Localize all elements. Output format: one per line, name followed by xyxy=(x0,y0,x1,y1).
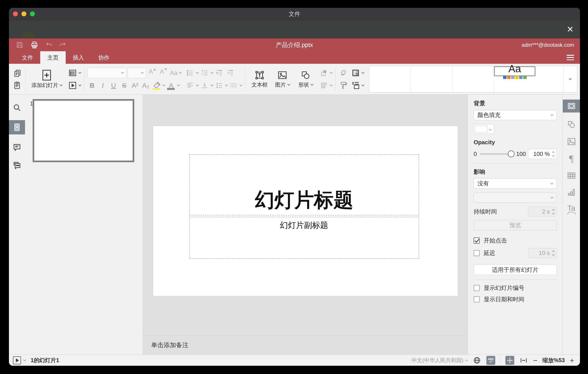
theme-option-selected[interactable]: Aa xyxy=(494,66,536,76)
search-icon[interactable] xyxy=(12,103,22,112)
fit-to-slide-button[interactable] xyxy=(505,356,514,365)
subtitle-placeholder[interactable]: 幻灯片副标题 xyxy=(189,217,419,259)
change-case-button[interactable]: Aa xyxy=(170,68,181,78)
highlight-color-button[interactable] xyxy=(152,80,161,90)
delay-checkbox[interactable] xyxy=(474,250,480,256)
start-slideshow-button[interactable] xyxy=(68,80,77,90)
menu-icon[interactable] xyxy=(567,55,574,60)
chevron-down-icon[interactable] xyxy=(196,83,199,86)
textart-settings-icon[interactable]: Ta xyxy=(567,205,576,215)
italic-button[interactable]: I xyxy=(98,80,107,90)
fit-to-width-button[interactable] xyxy=(519,356,528,365)
chevron-down-icon[interactable] xyxy=(196,71,199,74)
show-date-time-checkbox[interactable] xyxy=(474,296,480,302)
clear-style-button[interactable] xyxy=(339,68,348,78)
slide-settings-tab-active[interactable] xyxy=(563,99,580,112)
theme-option[interactable] xyxy=(411,66,452,92)
redo-icon[interactable] xyxy=(58,40,67,50)
color-scheme-button[interactable] xyxy=(351,68,361,78)
chat-icon[interactable] xyxy=(12,160,22,170)
theme-gallery-expand-button[interactable] xyxy=(563,66,577,92)
copy-style-button[interactable] xyxy=(339,80,348,90)
slide-surface[interactable]: 幻灯片标题 幻灯片副标题 xyxy=(153,126,458,296)
chart-settings-icon[interactable] xyxy=(567,188,576,198)
add-slide-button[interactable]: 添加幻灯片 xyxy=(29,70,64,89)
chevron-down-icon[interactable] xyxy=(330,71,333,74)
close-editor-button[interactable]: ✕ xyxy=(567,25,574,33)
show-slide-number-checkbox[interactable] xyxy=(474,285,480,291)
theme-option[interactable] xyxy=(452,66,494,92)
font-name-select[interactable] xyxy=(87,68,126,78)
chevron-down-icon[interactable] xyxy=(210,83,213,86)
notes-area[interactable]: 单击添加备注 xyxy=(143,336,468,354)
align-shapes-button[interactable] xyxy=(319,80,329,90)
paragraph-settings-icon[interactable]: ¶ xyxy=(567,154,576,164)
superscript-button[interactable]: A² xyxy=(130,80,140,90)
theme-option[interactable] xyxy=(536,66,563,92)
increase-font-button[interactable]: A xyxy=(147,68,157,78)
arrange-shapes-button[interactable] xyxy=(319,68,329,78)
chevron-down-icon[interactable] xyxy=(210,71,213,74)
opacity-value-spinner[interactable]: 100 % xyxy=(528,149,557,159)
paste-button[interactable] xyxy=(12,80,22,90)
font-color-button[interactable]: A xyxy=(166,80,176,90)
tab-file[interactable]: 文件 xyxy=(15,51,40,64)
zoom-in-button[interactable]: + xyxy=(570,357,574,364)
underline-button[interactable]: U xyxy=(109,80,118,90)
theme-option[interactable] xyxy=(369,66,411,92)
bullet-list-button[interactable] xyxy=(185,68,195,78)
opacity-slider[interactable] xyxy=(480,154,511,154)
chevron-down-icon[interactable] xyxy=(162,83,165,86)
set-language-globe-icon[interactable] xyxy=(472,356,482,365)
decrease-font-button[interactable]: A xyxy=(159,68,168,78)
chevron-down-icon[interactable] xyxy=(78,71,81,74)
chevron-down-icon[interactable] xyxy=(78,83,81,86)
chevron-down-icon[interactable] xyxy=(23,358,26,361)
slides-panel-tab-active[interactable] xyxy=(9,120,25,134)
chevron-down-icon[interactable] xyxy=(225,83,228,86)
start-on-click-checkbox[interactable] xyxy=(474,238,480,244)
columns-button[interactable] xyxy=(229,80,239,90)
spellcheck-toggle[interactable]: ABC xyxy=(486,356,495,365)
slide-size-button[interactable] xyxy=(351,80,361,90)
insert-textbox-button[interactable]: 文本框 xyxy=(248,70,271,88)
font-size-select[interactable] xyxy=(128,68,146,78)
tab-collaboration[interactable]: 协作 xyxy=(91,51,117,64)
slide-thumbnail-selected[interactable] xyxy=(33,99,134,162)
save-icon[interactable] xyxy=(15,40,25,50)
background-fill-select[interactable]: 颜色填充 xyxy=(474,110,557,120)
insert-shape-button[interactable]: 形状 xyxy=(294,70,317,88)
numbered-list-button[interactable] xyxy=(200,68,210,78)
insert-image-button[interactable]: 图片 xyxy=(271,70,294,88)
start-preview-button[interactable] xyxy=(13,356,21,364)
title-placeholder[interactable]: 幻灯片标题 xyxy=(189,154,419,215)
bold-button[interactable]: B xyxy=(87,80,97,90)
fill-color-picker[interactable] xyxy=(474,124,494,134)
image-settings-icon[interactable] xyxy=(567,137,576,146)
document-language-button[interactable]: 中文(中华人民共和国) xyxy=(411,357,468,364)
chevron-down-icon[interactable] xyxy=(330,83,333,86)
increase-indent-button[interactable] xyxy=(225,68,235,78)
zoom-out-button[interactable]: − xyxy=(533,357,537,364)
slider-thumb[interactable] xyxy=(508,151,514,157)
copy-button[interactable] xyxy=(12,68,22,78)
chevron-down-icon[interactable] xyxy=(361,71,364,74)
effect-select[interactable]: 没有 xyxy=(474,178,557,188)
line-spacing-button[interactable] xyxy=(214,80,224,90)
vertical-align-button[interactable] xyxy=(200,80,210,90)
shape-settings-icon[interactable] xyxy=(567,120,576,130)
strikethrough-button[interactable]: S xyxy=(119,80,129,90)
tab-insert[interactable]: 插入 xyxy=(66,51,91,64)
chevron-down-icon[interactable] xyxy=(361,83,364,86)
editing-canvas[interactable]: 幻灯片标题 幻灯片副标题 xyxy=(143,95,468,336)
tab-home[interactable]: 主页 xyxy=(40,51,66,64)
horizontal-align-button[interactable] xyxy=(185,80,195,90)
comments-icon[interactable] xyxy=(12,143,22,152)
slide-layout-button[interactable] xyxy=(68,68,77,78)
spinner-arrows[interactable] xyxy=(553,152,554,156)
table-settings-icon[interactable] xyxy=(567,171,576,180)
decrease-indent-button[interactable] xyxy=(214,68,224,78)
subscript-button[interactable]: A₂ xyxy=(141,80,150,90)
undo-icon[interactable] xyxy=(44,40,54,50)
chevron-down-icon[interactable] xyxy=(177,83,180,86)
